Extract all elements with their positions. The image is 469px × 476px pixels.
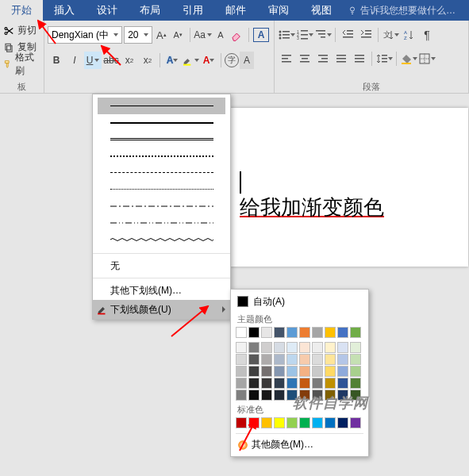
underline-button[interactable]: U — [84, 52, 102, 69]
underline-style-thick[interactable] — [98, 114, 225, 131]
color-swatch[interactable] — [299, 342, 310, 353]
color-swatch[interactable] — [312, 354, 323, 365]
change-case-button[interactable]: Aa — [194, 26, 212, 44]
subscript-button[interactable]: x2 — [121, 52, 138, 69]
sort-button[interactable]: AZ — [400, 26, 417, 44]
underline-none[interactable]: 无 — [93, 256, 230, 275]
grow-font-button[interactable]: A▴ — [154, 26, 169, 44]
color-swatch[interactable] — [299, 354, 310, 365]
italic-button[interactable]: I — [66, 52, 83, 69]
color-swatch[interactable] — [261, 378, 272, 389]
color-swatch[interactable] — [286, 327, 298, 338]
align-left-button[interactable] — [278, 50, 295, 67]
shrink-font-button[interactable]: A▾ — [171, 26, 186, 44]
color-swatch[interactable] — [337, 342, 348, 353]
color-swatch[interactable] — [299, 378, 310, 389]
color-swatch[interactable] — [274, 378, 285, 389]
highlight-button[interactable] — [182, 52, 199, 69]
more-colors[interactable]: 其他颜色(M)… — [236, 436, 363, 451]
multilevel-list-button[interactable] — [314, 26, 332, 44]
color-swatch[interactable] — [286, 366, 298, 377]
color-swatch[interactable] — [325, 390, 336, 401]
char-shading-button[interactable]: A — [240, 52, 254, 69]
color-swatch[interactable] — [286, 417, 298, 428]
color-swatch[interactable] — [325, 366, 336, 377]
increase-indent-button[interactable] — [357, 26, 375, 44]
color-swatch[interactable] — [261, 366, 272, 377]
color-swatch[interactable] — [236, 366, 247, 377]
tab-start[interactable]: 开始 — [0, 0, 43, 21]
color-swatch[interactable] — [299, 366, 310, 377]
color-swatch[interactable] — [325, 417, 336, 428]
color-swatch[interactable] — [274, 342, 285, 353]
color-swatch[interactable] — [325, 342, 336, 353]
color-swatch[interactable] — [325, 378, 336, 389]
color-swatch[interactable] — [236, 342, 247, 353]
document-text[interactable]: 给我加渐变颜色 — [240, 194, 384, 221]
color-swatch[interactable] — [337, 327, 348, 338]
strikethrough-button[interactable]: abc — [102, 52, 120, 69]
color-swatch[interactable] — [312, 378, 323, 389]
align-distributed-button[interactable] — [351, 50, 368, 67]
color-swatch[interactable] — [350, 342, 361, 353]
color-swatch[interactable] — [312, 327, 323, 338]
underline-style-dash-dot-dot[interactable] — [98, 214, 225, 231]
color-swatch[interactable] — [337, 390, 348, 401]
underline-style-dotted-thick[interactable] — [98, 148, 225, 164]
color-swatch[interactable] — [286, 342, 298, 353]
color-swatch[interactable] — [299, 417, 310, 428]
tell-me[interactable]: 告诉我您想要做什么… — [348, 0, 456, 21]
numbering-button[interactable]: 123 — [296, 26, 313, 44]
color-swatch[interactable] — [312, 417, 323, 428]
color-swatch[interactable] — [337, 378, 348, 389]
underline-more[interactable]: 其他下划线(M)… — [93, 281, 230, 300]
color-swatch[interactable] — [236, 354, 247, 365]
color-swatch[interactable] — [236, 417, 247, 428]
color-swatch[interactable] — [312, 366, 323, 377]
color-swatch[interactable] — [248, 342, 259, 353]
clear-formatting-button[interactable] — [229, 26, 244, 44]
color-swatch[interactable] — [312, 390, 323, 401]
align-right-button[interactable] — [314, 50, 332, 67]
color-swatch[interactable] — [274, 354, 285, 365]
color-swatch[interactable] — [274, 327, 285, 338]
enclosed-char-button[interactable]: 字 — [225, 53, 239, 67]
color-swatch[interactable] — [236, 390, 247, 401]
underline-style-dotted[interactable] — [98, 181, 225, 198]
decrease-indent-button[interactable] — [339, 26, 356, 44]
color-swatch[interactable] — [248, 327, 259, 338]
borders-button[interactable] — [418, 50, 436, 67]
tab-mail[interactable]: 邮件 — [214, 0, 257, 21]
underline-style-dash-dot[interactable] — [98, 198, 225, 214]
shading-button[interactable] — [400, 50, 417, 67]
color-swatch[interactable] — [286, 354, 298, 365]
color-swatch[interactable] — [350, 417, 361, 428]
bullets-button[interactable] — [278, 26, 295, 44]
color-swatch[interactable] — [261, 342, 272, 353]
color-swatch[interactable] — [350, 378, 361, 389]
font-color-button[interactable]: A — [200, 52, 217, 69]
color-swatch[interactable] — [261, 327, 272, 338]
tab-reference[interactable]: 引用 — [171, 0, 214, 21]
superscript-button[interactable]: x2 — [139, 52, 156, 69]
color-swatch[interactable] — [286, 390, 298, 401]
font-name-select[interactable]: DengXian (中 — [48, 26, 122, 44]
tab-layout[interactable]: 布局 — [129, 0, 171, 21]
align-center-button[interactable] — [296, 50, 313, 67]
underline-style-wave[interactable] — [98, 231, 225, 248]
text-effects-button[interactable]: A — [163, 52, 181, 69]
tab-insert[interactable]: 插入 — [43, 0, 86, 21]
align-justify-button[interactable] — [333, 50, 350, 67]
color-swatch[interactable] — [274, 390, 285, 401]
char-border-button[interactable]: A — [253, 28, 269, 42]
color-swatch[interactable] — [312, 342, 323, 353]
color-swatch[interactable] — [337, 366, 348, 377]
color-swatch[interactable] — [248, 354, 259, 365]
tab-view[interactable]: 视图 — [300, 0, 343, 21]
color-swatch[interactable] — [248, 390, 259, 401]
color-auto[interactable]: 自动(A) — [236, 293, 363, 310]
tab-review[interactable]: 审阅 — [257, 0, 300, 21]
color-swatch[interactable] — [337, 417, 348, 428]
color-swatch[interactable] — [350, 354, 361, 365]
line-spacing-button[interactable] — [375, 50, 393, 67]
